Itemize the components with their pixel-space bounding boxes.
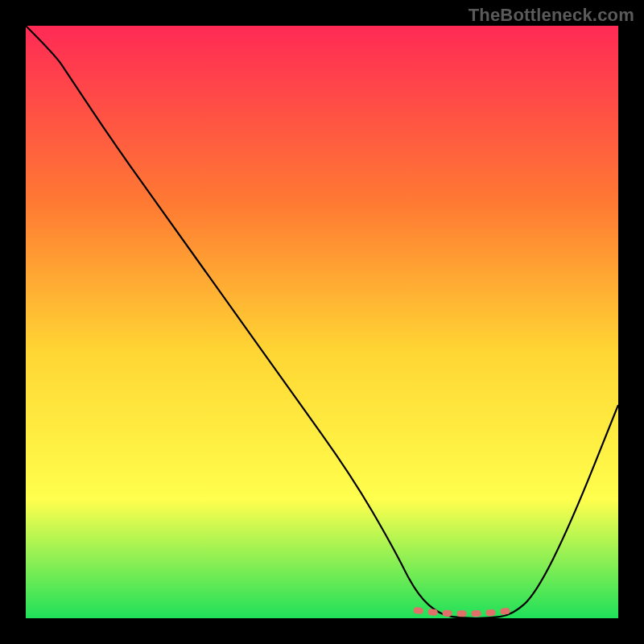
- bottleneck-chart: [26, 26, 618, 618]
- plot-area: [26, 26, 618, 618]
- watermark-label: TheBottleneck.com: [469, 5, 634, 26]
- chart-frame: TheBottleneck.com: [0, 0, 644, 644]
- gradient-background: [26, 26, 618, 618]
